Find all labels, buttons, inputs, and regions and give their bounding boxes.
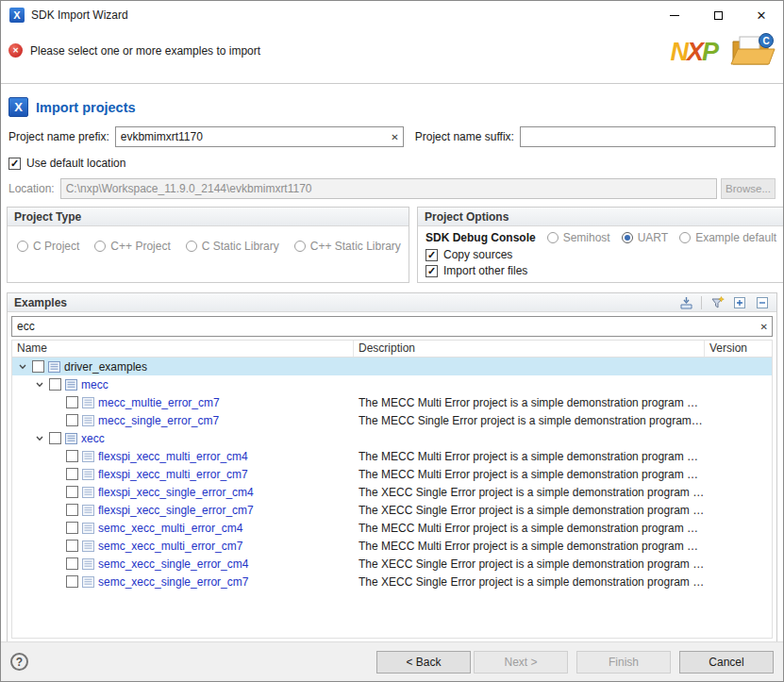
radio-uart[interactable]: UART [622,231,668,244]
export-icon[interactable] [678,295,693,310]
example-name[interactable]: mecc [81,378,108,391]
radio-semihost[interactable]: Semihost [547,231,610,244]
example-name[interactable]: driver_examples [64,360,147,374]
row-checkbox[interactable] [66,450,78,462]
import-other-files-checkbox[interactable] [425,265,438,277]
example-name[interactable]: semc_xecc_single_error_cm4 [98,557,248,571]
project-options-title: Project Options [418,208,783,226]
table-row[interactable]: semc_xecc_multi_error_cm7The MECC Multi … [12,537,772,555]
row-checkbox[interactable] [66,522,78,534]
row-checkbox[interactable] [66,486,78,498]
radio-icon [94,241,106,252]
row-checkbox[interactable] [49,378,61,391]
radio-example-default[interactable]: Example default [679,231,776,244]
project-name-row: Project name prefix: Project name suffix… [8,126,776,147]
example-name[interactable]: xecc [81,432,105,445]
collapse-all-icon[interactable] [755,295,770,310]
expand-all-icon[interactable] [732,295,747,310]
column-name[interactable]: Name [12,341,354,357]
row-checkbox[interactable] [66,540,78,552]
expander-icon[interactable] [34,379,45,391]
minimize-button[interactable] [653,1,696,29]
example-version [705,375,772,393]
example-name[interactable]: semc_xecc_single_error_cm7 [98,575,248,589]
location-row: Location: Browse... [8,178,776,199]
copy-sources-checkbox[interactable] [425,249,438,261]
row-checkbox[interactable] [32,360,44,373]
maximize-icon [714,11,723,20]
table-row[interactable]: mecc_single_error_cm7The MECC Single Err… [12,411,772,429]
radio-icon [679,232,691,243]
radio-c-static-library: C Static Library [186,240,279,253]
table-row[interactable]: semc_xecc_single_error_cm7The XECC Singl… [12,573,772,591]
row-checkbox[interactable] [49,432,61,444]
page-title: Import projects [36,100,136,115]
example-description: The XECC Single Error project is a simpl… [354,573,705,591]
table-row[interactable]: flexspi_xecc_single_error_cm7The XECC Si… [12,501,772,519]
example-name[interactable]: semc_xecc_multi_error_cm7 [98,540,242,553]
example-name[interactable]: semc_xecc_multi_error_cm4 [98,522,242,535]
table-row[interactable]: driver_examples [12,358,772,375]
column-version[interactable]: Version [705,341,772,357]
project-name-suffix-input[interactable] [520,126,776,147]
row-checkbox[interactable] [66,414,78,426]
table-row[interactable]: mecc_multie_error_cm7The MECC Multi Erro… [12,393,772,411]
table-row[interactable]: flexspi_xecc_multi_error_cm4The MECC Mul… [12,447,772,465]
back-button[interactable]: < Back [376,651,471,674]
examples-title: Examples [14,296,67,309]
example-version [705,358,772,375]
example-name[interactable]: mecc_multie_error_cm7 [98,396,220,409]
cancel-button[interactable]: Cancel [679,651,774,674]
column-description[interactable]: Description [354,341,705,357]
project-options-group: Project Options SDK Debug Console Semiho… [417,207,783,283]
example-description: The XECC Single Error project is a simpl… [354,483,705,501]
suffix-label: Project name suffix: [415,130,514,143]
filter-icon[interactable] [709,295,725,310]
help-icon[interactable] [10,653,28,671]
row-checkbox[interactable] [66,575,78,588]
example-name[interactable]: flexspi_xecc_single_error_cm7 [98,504,254,517]
banner-message: Please select one or more examples to im… [30,44,260,58]
copy-sources-label: Copy sources [443,248,512,261]
wizard-banner: Please select one or more examples to im… [1,29,783,84]
nxp-logo: NXP [670,38,717,67]
examples-filter-input[interactable] [11,316,773,337]
use-default-location-checkbox[interactable] [8,158,21,170]
clear-filter-icon[interactable] [760,321,768,332]
example-version [705,447,772,465]
row-checkbox[interactable] [66,504,78,516]
example-version [705,501,772,519]
example-description: The MECC Multi Error project is a simple… [354,393,705,411]
example-description: The XECC Single Error project is a simpl… [354,501,705,519]
sdk-debug-console-label: SDK Debug Console [425,231,536,244]
category-icon [65,379,77,391]
table-row[interactable]: semc_xecc_single_error_cm4The XECC Singl… [12,555,772,573]
row-checkbox[interactable] [66,557,78,570]
radio-icon [17,241,28,252]
table-row[interactable]: semc_xecc_multi_error_cm4The MECC Multi … [12,519,772,537]
example-version [705,519,772,537]
location-input [60,178,717,199]
row-checkbox[interactable] [66,396,78,408]
example-name[interactable]: flexspi_xecc_multi_error_cm4 [98,450,248,463]
app-icon [9,8,25,23]
row-checkbox[interactable] [66,468,78,480]
table-row[interactable]: flexspi_xecc_single_error_cm4The XECC Si… [12,483,772,501]
example-name[interactable]: flexspi_xecc_single_error_cm4 [98,486,254,499]
example-name[interactable]: mecc_single_error_cm7 [98,414,219,427]
expander-icon[interactable] [17,361,28,373]
example-description: The XECC Single Error project is a simpl… [354,555,705,573]
example-name[interactable]: flexspi_xecc_multi_error_cm7 [98,468,248,481]
project-name-prefix-input[interactable] [115,126,404,147]
radio-icon [294,241,306,252]
table-row[interactable]: xecc [12,429,772,447]
close-button[interactable] [740,1,783,29]
clear-prefix-icon[interactable] [391,131,398,142]
page-title-row: Import projects [8,97,777,117]
expander-icon[interactable] [34,433,45,444]
maximize-button[interactable] [696,1,740,29]
example-icon [82,487,94,498]
window-title: SDK Import Wizard [31,8,128,22]
table-row[interactable]: flexspi_xecc_multi_error_cm7The MECC Mul… [12,465,772,483]
table-row[interactable]: mecc [12,375,772,393]
